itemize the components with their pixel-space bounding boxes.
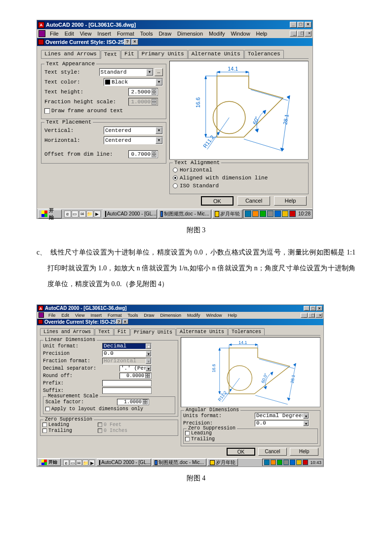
radio-horizontal[interactable] <box>173 168 178 172</box>
combo-vertical[interactable]: Centered▾ <box>104 127 163 134</box>
spin-down-icon[interactable]: ▾ <box>145 376 150 378</box>
menu-view[interactable]: View <box>77 31 95 37</box>
tab-alternate-units[interactable]: Alternate Units <box>188 50 244 58</box>
combo-text-color[interactable]: Black▾ <box>104 78 163 86</box>
tab-alternate-units[interactable]: Alternate Units <box>176 328 228 335</box>
menu-help[interactable]: Help <box>225 313 240 318</box>
tab-text[interactable]: Text <box>95 328 114 335</box>
menu-format[interactable]: Format <box>105 313 125 318</box>
tab-tolerances[interactable]: Tolerances <box>228 328 265 335</box>
text-style-browse-button[interactable]: … <box>155 68 163 76</box>
desktop-icon[interactable]: ▭ <box>72 211 78 217</box>
input-round-off[interactable]: 0.0000▴▾ <box>119 373 152 379</box>
menu-help[interactable]: Help <box>253 31 271 37</box>
spin-down-icon[interactable]: ▾ <box>152 92 157 95</box>
tab-lines-arrows[interactable]: Lines and Arrows <box>40 328 94 335</box>
explorer-icon[interactable]: 📁 <box>82 460 88 466</box>
combo-unit-format[interactable]: Decimal▾ <box>102 343 152 349</box>
combo-horizontal[interactable]: Centered▾ <box>104 136 163 144</box>
tray-icon[interactable] <box>274 211 281 217</box>
menu-modify[interactable]: Modify <box>184 313 203 318</box>
taskbar-app-1[interactable]: AutoCAD 2000 - [GL... <box>97 459 151 466</box>
tray-icon[interactable] <box>283 460 289 465</box>
tab-fit[interactable]: Fit <box>114 328 130 335</box>
close-button[interactable]: × <box>316 306 322 311</box>
checkbox-ang-trailing[interactable] <box>185 437 190 441</box>
menu-format[interactable]: Format <box>114 31 137 37</box>
checkbox-apply-layout[interactable] <box>45 407 50 411</box>
tray-icon[interactable] <box>267 211 274 217</box>
menu-edit[interactable]: Edit <box>59 313 73 318</box>
tab-fit[interactable]: Fit <box>121 50 138 58</box>
menu-modify[interactable]: Modify <box>206 31 228 37</box>
combo-text-style[interactable]: Standard▾ <box>99 68 154 76</box>
tab-primary-units[interactable]: Primary Units <box>138 50 188 58</box>
maximize-button[interactable]: □ <box>310 306 316 311</box>
menu-edit[interactable]: Edit <box>62 31 77 37</box>
tray-icon[interactable] <box>296 460 302 465</box>
minimize-button[interactable]: _ <box>290 22 297 28</box>
dialog-help-button[interactable]: ? <box>124 39 131 45</box>
app-icon[interactable]: ▶ <box>94 211 101 217</box>
outlook-icon[interactable]: ✉ <box>79 211 86 217</box>
dialog-close-button[interactable]: × <box>122 319 128 324</box>
input-offset[interactable]: 0.7000▴▾ <box>128 150 158 158</box>
start-button[interactable]: 开始 <box>38 459 61 466</box>
ie-icon[interactable]: e <box>63 460 69 466</box>
mdi-close-button[interactable]: × <box>315 313 322 318</box>
input-scale-factor[interactable]: 1.0000▴▾ <box>117 399 149 405</box>
tray-icon[interactable] <box>245 211 251 217</box>
menu-tools[interactable]: Tools <box>137 31 156 37</box>
tray-icon[interactable] <box>289 211 296 217</box>
tray-icon[interactable] <box>277 460 282 465</box>
checkbox-leading[interactable] <box>42 423 47 427</box>
menu-window[interactable]: Window <box>203 313 225 318</box>
tray-icon[interactable] <box>252 211 259 217</box>
spin-down-icon[interactable]: ▾ <box>143 402 148 404</box>
menu-tools[interactable]: Tools <box>124 313 141 318</box>
minimize-button[interactable]: _ <box>304 306 310 311</box>
taskbar-app-2[interactable]: 制图规范.doc - Mic... <box>158 210 212 218</box>
tray-icon[interactable] <box>271 460 276 465</box>
checkbox-draw-frame[interactable] <box>44 108 50 114</box>
ie-icon[interactable]: e <box>64 211 71 217</box>
outlook-icon[interactable]: ✉ <box>76 460 82 466</box>
mdi-minimize-button[interactable]: _ <box>290 31 297 37</box>
cancel-button[interactable]: Cancel <box>237 196 270 206</box>
tray-icon[interactable] <box>260 211 266 217</box>
menu-view[interactable]: View <box>72 313 87 318</box>
ok-button[interactable]: OK <box>201 196 234 206</box>
menu-draw[interactable]: Draw <box>141 313 157 318</box>
mdi-maximize-button[interactable]: □ <box>308 313 315 318</box>
mdi-minimize-button[interactable]: _ <box>301 313 308 318</box>
combo-ang-precision[interactable]: 0.0▾ <box>255 420 309 427</box>
dialog-close-button[interactable]: × <box>131 39 138 45</box>
app-icon[interactable]: ▶ <box>89 460 95 466</box>
taskbar-app-2[interactable]: 制图规范.doc - Mic... <box>152 459 206 466</box>
maximize-button[interactable]: □ <box>297 22 304 28</box>
tray-icon[interactable] <box>290 460 295 465</box>
spin-down-icon[interactable]: ▾ <box>152 154 157 157</box>
ok-button[interactable]: OK <box>227 448 255 456</box>
tab-text[interactable]: Text <box>101 50 120 59</box>
menu-dimension[interactable]: Dimension <box>174 31 206 37</box>
explorer-icon[interactable]: 📁 <box>86 211 93 217</box>
help-button[interactable]: Help <box>274 196 307 206</box>
tab-tolerances[interactable]: Tolerances <box>244 50 284 58</box>
radio-aligned[interactable] <box>173 175 178 180</box>
menu-file[interactable]: File <box>45 313 59 318</box>
input-prefix[interactable] <box>102 380 152 386</box>
menu-file[interactable]: File <box>47 31 62 37</box>
input-suffix[interactable] <box>102 387 152 394</box>
tab-primary-units[interactable]: Primary Units <box>130 329 176 336</box>
cancel-button[interactable]: Cancel <box>258 448 287 456</box>
menu-insert[interactable]: Insert <box>94 31 114 37</box>
menu-dimension[interactable]: Dimension <box>157 313 184 318</box>
taskbar-app-1[interactable]: AutoCAD 2000 - [GL... <box>103 210 157 218</box>
mdi-maximize-button[interactable]: □ <box>297 31 304 37</box>
tab-lines-arrows[interactable]: Lines and Arrows <box>41 50 100 58</box>
menu-draw[interactable]: Draw <box>156 31 174 37</box>
desktop-icon[interactable]: ▭ <box>70 460 76 466</box>
menu-insert[interactable]: Insert <box>87 313 105 318</box>
tray-icon[interactable] <box>303 460 308 465</box>
